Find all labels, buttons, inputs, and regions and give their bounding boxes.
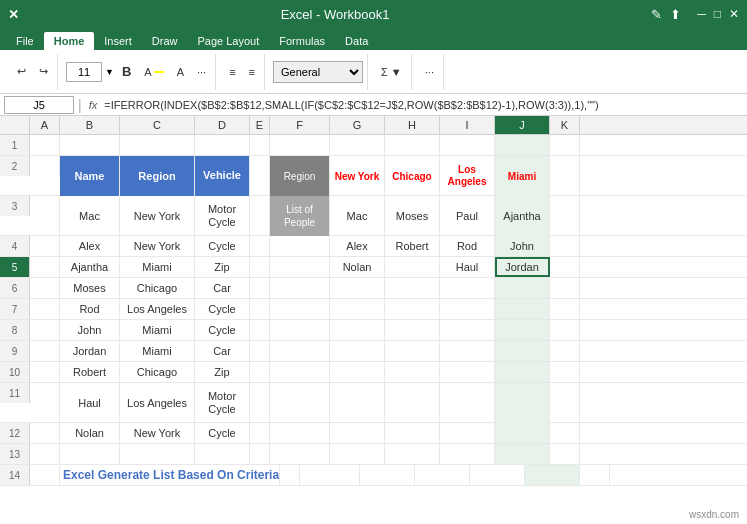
cell-h11[interactable] bbox=[385, 383, 440, 423]
row-num-4[interactable]: 4 bbox=[0, 236, 30, 256]
cell-h9[interactable] bbox=[385, 341, 440, 361]
cell-g14[interactable] bbox=[360, 465, 415, 485]
cell-k11[interactable] bbox=[550, 383, 580, 423]
cell-g5[interactable]: Nolan bbox=[330, 257, 385, 277]
cell-b1[interactable] bbox=[60, 135, 120, 155]
cell-j6[interactable] bbox=[495, 278, 550, 298]
cell-j8[interactable] bbox=[495, 320, 550, 340]
cell-g9[interactable] bbox=[330, 341, 385, 361]
tab-insert[interactable]: Insert bbox=[94, 32, 142, 50]
cell-i10[interactable] bbox=[440, 362, 495, 382]
cell-a12[interactable] bbox=[30, 423, 60, 443]
cell-c10[interactable]: Chicago bbox=[120, 362, 195, 382]
font-size-input[interactable] bbox=[66, 62, 102, 82]
row-num-14[interactable]: 14 bbox=[0, 465, 30, 485]
cell-b2[interactable]: Name bbox=[60, 156, 120, 196]
cell-k13[interactable] bbox=[550, 444, 580, 464]
cell-e2[interactable] bbox=[250, 156, 270, 196]
cell-g7[interactable] bbox=[330, 299, 385, 319]
more-button[interactable]: ··· bbox=[192, 63, 211, 81]
cell-f2[interactable]: Region bbox=[270, 156, 330, 196]
col-header-c[interactable]: C bbox=[120, 116, 195, 134]
align-center-button[interactable]: ≡ bbox=[244, 63, 260, 81]
col-header-k[interactable]: K bbox=[550, 116, 580, 134]
cell-e3[interactable] bbox=[250, 196, 270, 236]
cell-c13[interactable] bbox=[120, 444, 195, 464]
cell-c1[interactable] bbox=[120, 135, 195, 155]
cell-d13[interactable] bbox=[195, 444, 250, 464]
cell-h6[interactable] bbox=[385, 278, 440, 298]
cell-a13[interactable] bbox=[30, 444, 60, 464]
close-icon[interactable]: ✕ bbox=[729, 7, 739, 21]
cell-j4[interactable]: John bbox=[495, 236, 550, 256]
cell-a14[interactable] bbox=[30, 465, 60, 485]
cell-c8[interactable]: Miami bbox=[120, 320, 195, 340]
cell-e5[interactable] bbox=[250, 257, 270, 277]
cell-k1[interactable] bbox=[550, 135, 580, 155]
cell-d2[interactable]: Vehicle bbox=[195, 156, 250, 196]
cell-d9[interactable]: Car bbox=[195, 341, 250, 361]
cell-j10[interactable] bbox=[495, 362, 550, 382]
cell-i13[interactable] bbox=[440, 444, 495, 464]
cell-a5[interactable] bbox=[30, 257, 60, 277]
cell-d6[interactable]: Car bbox=[195, 278, 250, 298]
share-icon[interactable]: ⬆ bbox=[670, 7, 681, 22]
cell-h14[interactable] bbox=[415, 465, 470, 485]
tab-data[interactable]: Data bbox=[335, 32, 378, 50]
cell-a1[interactable] bbox=[30, 135, 60, 155]
cell-c9[interactable]: Miami bbox=[120, 341, 195, 361]
cell-a8[interactable] bbox=[30, 320, 60, 340]
cell-k10[interactable] bbox=[550, 362, 580, 382]
cell-k3[interactable] bbox=[550, 196, 580, 236]
bold-button[interactable]: B bbox=[117, 61, 136, 82]
redo-button[interactable]: ↪ bbox=[34, 62, 53, 81]
cell-i12[interactable] bbox=[440, 423, 495, 443]
cell-f8[interactable] bbox=[270, 320, 330, 340]
cell-j5[interactable]: Jordan bbox=[495, 257, 550, 277]
cell-i8[interactable] bbox=[440, 320, 495, 340]
cell-a4[interactable] bbox=[30, 236, 60, 256]
cell-i1[interactable] bbox=[440, 135, 495, 155]
cell-j3[interactable]: Ajantha bbox=[495, 196, 550, 236]
cell-a11[interactable] bbox=[30, 383, 60, 423]
cell-k4[interactable] bbox=[550, 236, 580, 256]
cell-f3[interactable]: List of People bbox=[270, 196, 330, 236]
cell-h4[interactable]: Robert bbox=[385, 236, 440, 256]
cell-e12[interactable] bbox=[250, 423, 270, 443]
cell-i9[interactable] bbox=[440, 341, 495, 361]
row-num-1[interactable]: 1 bbox=[0, 135, 30, 155]
cell-e13[interactable] bbox=[250, 444, 270, 464]
cell-b6[interactable]: Moses bbox=[60, 278, 120, 298]
cell-i6[interactable] bbox=[440, 278, 495, 298]
cell-e14[interactable] bbox=[280, 465, 300, 485]
cell-e10[interactable] bbox=[250, 362, 270, 382]
row-num-8[interactable]: 8 bbox=[0, 320, 30, 340]
col-header-a[interactable]: A bbox=[30, 116, 60, 134]
cell-h5[interactable] bbox=[385, 257, 440, 277]
cell-f7[interactable] bbox=[270, 299, 330, 319]
cell-b11[interactable]: Haul bbox=[60, 383, 120, 423]
cell-h3[interactable]: Moses bbox=[385, 196, 440, 236]
cell-g6[interactable] bbox=[330, 278, 385, 298]
misc-button[interactable]: ··· bbox=[420, 63, 439, 81]
cell-d3[interactable]: Motor Cycle bbox=[195, 196, 250, 236]
cell-f12[interactable] bbox=[270, 423, 330, 443]
row-num-13[interactable]: 13 bbox=[0, 444, 30, 464]
cell-b4[interactable]: Alex bbox=[60, 236, 120, 256]
col-header-e[interactable]: E bbox=[250, 116, 270, 134]
row-num-7[interactable]: 7 bbox=[0, 299, 30, 319]
pen-icon[interactable]: ✎ bbox=[651, 7, 662, 22]
cell-g2[interactable]: New York bbox=[330, 156, 385, 196]
cell-j12[interactable] bbox=[495, 423, 550, 443]
cell-c5[interactable]: Miami bbox=[120, 257, 195, 277]
cell-b8[interactable]: John bbox=[60, 320, 120, 340]
cell-f11[interactable] bbox=[270, 383, 330, 423]
cell-k6[interactable] bbox=[550, 278, 580, 298]
align-left-button[interactable]: ≡ bbox=[224, 63, 240, 81]
maximize-icon[interactable]: □ bbox=[714, 7, 721, 21]
col-header-f[interactable]: F bbox=[270, 116, 330, 134]
font-size-dropdown-arrow[interactable]: ▼ bbox=[105, 67, 114, 77]
cell-b3[interactable]: Mac bbox=[60, 196, 120, 236]
cell-e8[interactable] bbox=[250, 320, 270, 340]
cell-g12[interactable] bbox=[330, 423, 385, 443]
